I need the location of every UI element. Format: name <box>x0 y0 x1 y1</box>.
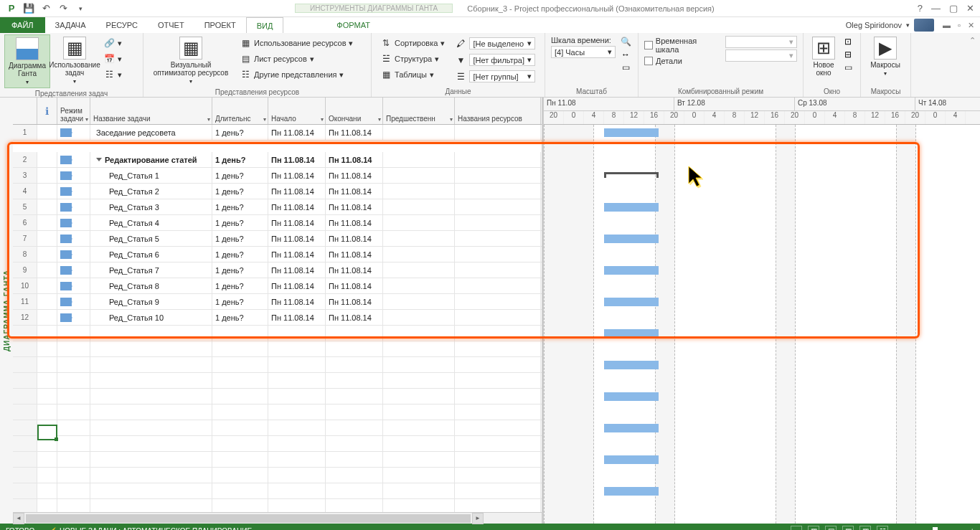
user-avatar[interactable] <box>914 19 934 32</box>
table-row[interactable] <box>13 452 542 468</box>
details-checkbox[interactable]: Детали <box>644 56 721 66</box>
scroll-right-icon[interactable]: ► <box>472 513 484 524</box>
table-row[interactable]: 11Ред_Статья 91 день?Пн 11.08.14Пн 11.08… <box>13 294 542 310</box>
gantt-task-bar[interactable] <box>604 128 659 137</box>
gantt-task-bar[interactable] <box>604 235 659 243</box>
close-icon[interactable]: ✕ <box>966 3 974 14</box>
gantt-task-bar[interactable] <box>604 266 659 275</box>
gantt-row[interactable] <box>544 262 980 278</box>
arrange-all-icon[interactable]: ⊟ <box>842 49 854 60</box>
ribbon-collapse-icon[interactable]: ▬ <box>943 21 951 30</box>
gantt-task-bar[interactable] <box>604 203 659 212</box>
table-row[interactable]: 10Ред_Статья 81 день?Пн 11.08.14Пн 11.08… <box>13 278 542 294</box>
gantt-task-bar[interactable] <box>604 424 659 432</box>
gantt-task-bar[interactable] <box>604 392 659 401</box>
table-row[interactable] <box>13 326 542 341</box>
ribbon-collapse-icon-right[interactable]: ⌃ <box>969 36 976 45</box>
col-resources[interactable]: Названия ресурсов <box>455 98 541 124</box>
view-network-icon[interactable]: ▤ <box>825 526 837 531</box>
scroll-thumb[interactable] <box>26 514 471 523</box>
calendar-button[interactable]: 📅▾ <box>100 52 125 66</box>
col-duration[interactable]: Длительнс▾ <box>212 98 268 124</box>
resource-usage-button[interactable]: ▦Использование ресурсов ▾ <box>237 36 356 50</box>
zoom-selected-icon[interactable]: ▭ <box>620 62 631 73</box>
resource-sheet-button[interactable]: ▤Лист ресурсов ▾ <box>237 52 356 66</box>
scroll-left-icon[interactable]: ◄ <box>13 513 24 524</box>
group-combo[interactable]: ☰[Нет группы]▾ <box>452 69 538 84</box>
outline-button[interactable]: ☱Структура ▾ <box>377 52 448 66</box>
table-row[interactable]: 9Ред_Статья 71 день?Пн 11.08.14Пн 11.08.… <box>13 262 542 278</box>
sort-button[interactable]: ⇅Сортировка ▾ <box>377 36 448 50</box>
table-row[interactable] <box>13 341 542 357</box>
zoom-out-icon[interactable]: — <box>894 527 901 530</box>
save-icon[interactable]: 💾 <box>23 3 34 14</box>
zoom-icon[interactable]: 🔍 <box>620 36 631 47</box>
table-row[interactable]: 1Заседание редсовета1 день?Пн 11.08.14Пн… <box>13 125 542 141</box>
user-dropdown-icon[interactable]: ▾ <box>906 22 910 29</box>
other-views-button[interactable]: ☷▾ <box>100 67 125 82</box>
view-resource-icon[interactable]: ▥ <box>859 526 871 531</box>
table-row[interactable] <box>13 420 542 436</box>
grid-body[interactable]: 1Заседание редсовета1 день?Пн 11.08.14Пн… <box>13 125 542 512</box>
tab-task[interactable]: ЗАДАЧА <box>45 17 96 33</box>
gantt-row[interactable] <box>544 420 980 436</box>
qat-dropdown-icon[interactable]: ▾ <box>75 3 86 14</box>
gantt-timescale[interactable]: Пн 11.08Вт 12.08Ср 13.08Чт 14.08 2004812… <box>544 98 980 125</box>
gantt-task-bar[interactable] <box>604 329 659 338</box>
zoom-entire-icon[interactable]: ↔ <box>620 49 631 60</box>
table-row[interactable]: 2Редактирование статей1 день?Пн 11.08.14… <box>13 152 542 168</box>
col-predecessors[interactable]: Предшественн▾ <box>383 98 455 124</box>
view-report-icon[interactable]: ☷ <box>877 526 888 531</box>
user-area[interactable]: Oleg Spiridonov ▾ ▬ ▫ ✕ <box>846 17 980 33</box>
table-row[interactable]: 3Ред_Статья 11 день?Пн 11.08.14Пн 11.08.… <box>13 168 542 184</box>
tab-file[interactable]: ФАЙЛ <box>0 17 45 33</box>
col-task-name[interactable]: Название задачи▾ <box>90 98 212 124</box>
tab-format[interactable]: ФОРМАТ <box>326 17 380 33</box>
col-rownum[interactable] <box>13 98 37 124</box>
macros-button[interactable]: ▶ Макросы ▾ <box>865 34 905 79</box>
other-resource-views-button[interactable]: ☷Другие представления ▾ <box>237 67 356 82</box>
gantt-task-bar[interactable] <box>604 455 659 464</box>
table-row[interactable] <box>13 404 542 420</box>
table-row[interactable] <box>13 436 542 452</box>
highlight-filter[interactable]: 🖍[Не выделено▾ <box>452 36 538 51</box>
col-finish[interactable]: Окончани▾ <box>326 98 383 124</box>
gantt-task-bar[interactable] <box>604 487 659 496</box>
gantt-row[interactable] <box>544 357 980 373</box>
grid-hscroll[interactable]: ◄ ► <box>13 512 542 524</box>
gantt-row[interactable] <box>544 389 980 404</box>
gantt-task-bar[interactable] <box>604 298 659 306</box>
gantt-task-bar[interactable] <box>604 361 659 369</box>
timeline-checkbox[interactable]: Временная шкала <box>644 36 721 55</box>
tab-project[interactable]: ПРОЕКТ <box>194 17 246 33</box>
table-row[interactable] <box>13 389 542 404</box>
gantt-row[interactable] <box>544 125 980 141</box>
new-window-button[interactable]: ⊞ Новое окно <box>808 34 839 79</box>
table-row[interactable] <box>13 373 542 389</box>
table-row[interactable] <box>13 499 542 512</box>
zoom-in-icon[interactable]: + <box>970 527 974 530</box>
gantt-row[interactable] <box>544 452 980 468</box>
undo-icon[interactable]: ↶ <box>40 3 52 14</box>
gantt-body[interactable] <box>544 125 980 524</box>
table-row[interactable]: 6Ред_Статья 41 день?Пн 11.08.14Пн 11.08.… <box>13 215 542 231</box>
table-row[interactable]: 8Ред_Статья 61 день?Пн 11.08.14Пн 11.08.… <box>13 247 542 262</box>
gantt-row[interactable] <box>544 515 980 524</box>
timescale-combo[interactable]: [4] Часы▾ <box>551 46 616 58</box>
table-row[interactable] <box>13 357 542 373</box>
tab-view[interactable]: ВИД <box>246 17 284 33</box>
table-row[interactable]: 12Ред_Статья 101 день?Пн 11.08.14Пн 11.0… <box>13 310 542 326</box>
col-task-mode[interactable]: Режим задачи▾ <box>57 98 90 124</box>
network-diagram-button[interactable]: 🔗▾ <box>100 36 125 50</box>
gantt-row[interactable] <box>544 168 980 184</box>
hide-icon[interactable]: ▭ <box>842 62 854 73</box>
gantt-row[interactable] <box>544 231 980 247</box>
table-row[interactable]: 7Ред_Статья 51 день?Пн 11.08.14Пн 11.08.… <box>13 231 542 247</box>
doc-close-icon[interactable]: ✕ <box>968 21 974 30</box>
table-row[interactable] <box>13 483 542 499</box>
tables-button[interactable]: ▦Таблицы ▾ <box>377 67 448 82</box>
table-row[interactable] <box>13 468 542 483</box>
table-row[interactable]: 4Ред_Статья 21 день?Пн 11.08.14Пн 11.08.… <box>13 184 542 199</box>
view-usage-icon[interactable]: ▦ <box>808 526 819 531</box>
minimize-icon[interactable]: — <box>931 3 941 14</box>
